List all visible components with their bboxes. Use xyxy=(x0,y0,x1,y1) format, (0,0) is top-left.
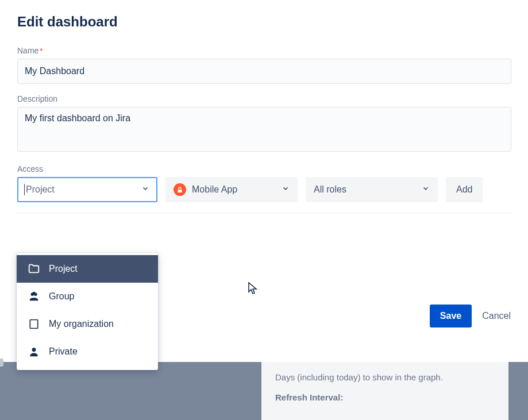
required-mark: * xyxy=(40,47,43,55)
access-row: Project Mobile App All roles xyxy=(17,177,511,213)
svg-point-13 xyxy=(32,348,36,352)
dropdown-option-group[interactable]: Group xyxy=(17,283,158,310)
description-label: Description xyxy=(17,94,511,103)
background-sliver xyxy=(0,359,3,367)
description-field-group: Description My first dashboard on Jira xyxy=(17,94,511,154)
chevron-down-icon xyxy=(141,184,149,195)
cursor-icon xyxy=(247,282,259,298)
dropdown-option-label: Project xyxy=(49,264,78,274)
name-label-text: Name xyxy=(17,46,38,55)
folder-icon xyxy=(27,263,41,275)
dropdown-option-label: Private xyxy=(49,346,78,357)
group-icon xyxy=(27,290,41,303)
role-picker[interactable]: All roles xyxy=(306,177,438,202)
svg-rect-3 xyxy=(30,320,37,329)
dropdown-option-organization[interactable]: My organization xyxy=(17,310,158,338)
dropdown-option-project[interactable]: Project xyxy=(17,255,158,283)
page-title: Edit dashboard xyxy=(17,14,511,30)
person-icon xyxy=(27,346,41,357)
scope-dropdown: Project Group My organization Private xyxy=(17,253,158,370)
access-label: Access xyxy=(17,164,511,174)
role-picker-value: All roles xyxy=(314,184,346,195)
cancel-button[interactable]: Cancel xyxy=(482,311,511,321)
project-picker-value: Mobile App xyxy=(192,184,237,195)
chevron-down-icon xyxy=(422,184,430,195)
svg-point-2 xyxy=(32,292,36,295)
background-panel: Days (including today) to show in the gr… xyxy=(261,362,508,420)
save-button[interactable]: Save xyxy=(430,305,472,327)
background-text-refresh: Refresh Interval: xyxy=(275,392,495,402)
dropdown-option-label: Group xyxy=(49,291,74,302)
name-input[interactable] xyxy=(17,59,511,84)
edit-dashboard-modal: Edit dashboard Name* Description My firs… xyxy=(0,0,528,213)
dropdown-option-private[interactable]: Private xyxy=(17,338,158,365)
dropdown-option-label: My organization xyxy=(49,319,114,329)
building-icon xyxy=(27,318,41,330)
background-text-days: Days (including today) to show in the gr… xyxy=(275,372,495,382)
description-input[interactable]: My first dashboard on Jira xyxy=(17,107,511,152)
scope-select[interactable]: Project xyxy=(17,177,157,202)
modal-actions: Save Cancel xyxy=(430,305,511,327)
project-picker[interactable]: Mobile App xyxy=(165,177,298,202)
project-avatar-icon xyxy=(174,183,186,196)
name-field-group: Name* xyxy=(17,46,511,84)
text-cursor xyxy=(24,184,25,195)
scope-select-value: Project xyxy=(26,184,141,195)
name-label: Name* xyxy=(17,46,511,55)
add-button[interactable]: Add xyxy=(446,177,483,202)
access-field-group: Access Project Mobile App xyxy=(17,164,511,213)
chevron-down-icon xyxy=(282,184,290,195)
